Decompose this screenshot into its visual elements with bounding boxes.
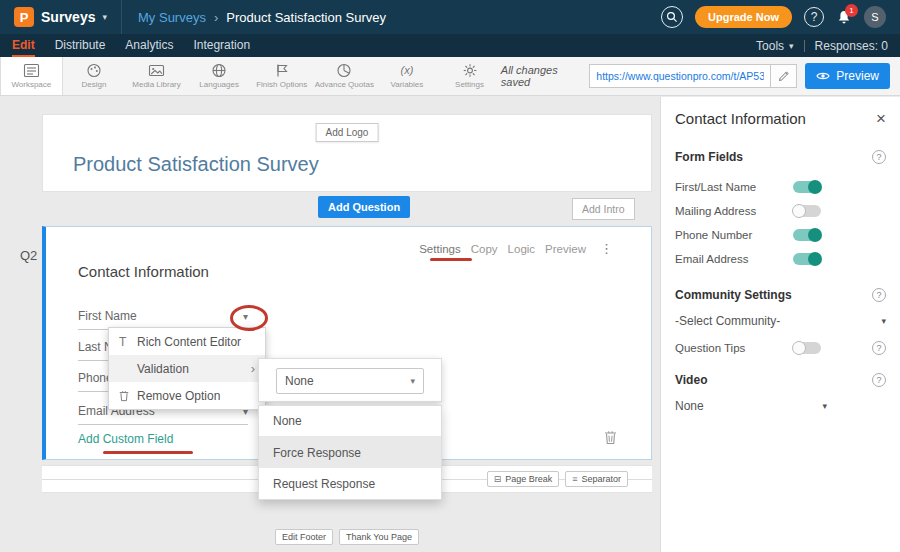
toolbar-item-variables[interactable]: (x) Variables — [376, 57, 439, 95]
toolbar-item-label: Media Library — [132, 80, 180, 89]
separator-button[interactable]: ≡ Separator — [565, 471, 628, 487]
survey-title: Product Satisfaction Survey — [73, 153, 319, 176]
toggle-knob — [808, 252, 822, 266]
strip-buttons: ⊟ Page Break ≡ Separator — [487, 471, 628, 487]
toolbar-item-label: Finish Options — [256, 80, 307, 89]
notifications-button[interactable]: 1 — [836, 9, 852, 26]
finish-options-icon — [275, 63, 289, 78]
add-logo-button[interactable]: Add Logo — [316, 123, 379, 142]
menu-item-rich-content-editor[interactable]: T Rich Content Editor — [109, 328, 265, 355]
product-switcher[interactable]: P Surveys ▾ — [0, 0, 122, 34]
first-last-name-toggle[interactable] — [793, 181, 821, 193]
question-tips-toggle[interactable] — [793, 342, 821, 354]
breadcrumb-my-surveys[interactable]: My Surveys — [138, 10, 206, 25]
add-question-button[interactable]: Add Question — [318, 196, 410, 218]
validation-select-panel: None ▾ — [258, 358, 442, 402]
svg-text:(x): (x) — [400, 64, 413, 76]
email-address-toggle[interactable] — [793, 253, 821, 265]
close-icon[interactable]: × — [876, 110, 886, 127]
help-button[interactable]: ? — [804, 7, 824, 27]
separator-label: Separator — [581, 474, 621, 484]
validation-select-value: None — [285, 374, 314, 388]
settings-gear-icon — [462, 63, 478, 78]
help-icon[interactable]: ? — [872, 150, 886, 164]
question-settings-link[interactable]: Settings — [419, 243, 461, 255]
settings-sidebar: Contact Information × Form Fields ? Firs… — [660, 97, 900, 552]
validation-select[interactable]: None ▾ — [276, 368, 424, 394]
add-intro-button[interactable]: Add Intro — [572, 198, 635, 220]
tools-label: Tools — [756, 39, 784, 53]
tab-analytics[interactable]: Analytics — [125, 34, 173, 57]
survey-url-input[interactable] — [589, 64, 771, 88]
editor-canvas: Q2 Add Logo Product Satisfaction Survey … — [0, 97, 900, 552]
top-bar: P Surveys ▾ My Surveys › Product Satisfa… — [0, 0, 900, 34]
tab-edit[interactable]: Edit — [12, 34, 35, 57]
option-request-response[interactable]: Request Response — [259, 468, 441, 499]
breadcrumb-current-survey: Product Satisfaction Survey — [226, 10, 386, 25]
survey-header-card: Add Logo Product Satisfaction Survey — [42, 114, 652, 192]
search-icon — [666, 11, 678, 23]
question-logic-link[interactable]: Logic — [508, 243, 536, 255]
menu-item-validation[interactable]: Validation › — [109, 355, 265, 382]
sidebar-title: Contact Information — [675, 110, 806, 127]
help-icon[interactable]: ? — [872, 373, 886, 387]
preview-button[interactable]: Preview — [805, 63, 890, 89]
chevron-down-icon: ▾ — [822, 401, 827, 411]
separator-icon: ≡ — [572, 474, 577, 484]
toolbar-item-media-library[interactable]: Media Library — [125, 57, 188, 95]
preview-label: Preview — [836, 69, 879, 83]
toolbar-item-label: Workspace — [11, 80, 51, 89]
toggle-knob — [792, 204, 806, 218]
responses-count: Responses: 0 — [815, 39, 888, 53]
menu-item-remove-option[interactable]: Remove Option — [109, 382, 265, 409]
edit-footer-button[interactable]: Edit Footer — [275, 529, 333, 545]
search-button[interactable] — [661, 6, 683, 28]
video-select[interactable]: None ▾ — [675, 399, 827, 413]
tab-integration[interactable]: Integration — [193, 34, 250, 57]
page-break-button[interactable]: ⊟ Page Break — [487, 471, 560, 487]
option-none[interactable]: None — [259, 406, 441, 437]
phone-number-toggle[interactable] — [793, 229, 821, 241]
nav-right: Tools ▾ Responses: 0 — [756, 34, 900, 57]
user-avatar[interactable]: S — [864, 6, 886, 28]
question-number-label: Q2 — [20, 248, 37, 263]
edit-url-button[interactable] — [771, 64, 797, 88]
chevron-down-icon: ▾ — [881, 316, 886, 326]
help-icon[interactable]: ? — [872, 288, 886, 302]
community-select[interactable]: -Select Community- ▾ — [675, 314, 886, 328]
toolbar-item-advance-quotas[interactable]: Advance Quotas — [313, 57, 376, 95]
add-custom-field-link[interactable]: Add Custom Field — [78, 432, 173, 446]
toolbar-item-design[interactable]: Design — [63, 57, 126, 95]
toolbar-item-workspace[interactable]: Workspace — [0, 57, 63, 95]
toolbar-item-languages[interactable]: Languages — [188, 57, 251, 95]
tab-distribute[interactable]: Distribute — [55, 34, 106, 57]
field-dropdown-icon[interactable]: ▾ — [243, 311, 248, 322]
design-icon — [86, 63, 102, 78]
question-preview-link[interactable]: Preview — [545, 243, 586, 255]
delete-question-button[interactable] — [604, 430, 617, 445]
workspace-icon — [23, 63, 40, 78]
toolbar-item-label: Design — [81, 80, 106, 89]
video-select-value: None — [675, 399, 704, 413]
toolbar-right: All changes saved Preview — [501, 57, 900, 95]
survey-url-group — [589, 64, 797, 88]
toolbar-item-finish-options[interactable]: Finish Options — [250, 57, 313, 95]
question-copy-link[interactable]: Copy — [471, 243, 498, 255]
toggle-knob — [792, 341, 806, 355]
upgrade-now-button[interactable]: Upgrade Now — [695, 6, 792, 28]
divider — [804, 40, 805, 52]
help-icon[interactable]: ? — [872, 341, 886, 355]
toggle-row-email-address: Email Address — [675, 253, 886, 265]
main-nav: Edit Distribute Analytics Integration To… — [0, 34, 900, 57]
toolbar-item-settings[interactable]: Settings — [438, 57, 501, 95]
form-fields-heading: Form Fields — [675, 150, 743, 164]
tools-menu[interactable]: Tools ▾ — [756, 39, 794, 53]
pencil-icon — [778, 70, 790, 82]
chevron-down-icon: ▾ — [102, 12, 107, 22]
mailing-address-toggle[interactable] — [793, 205, 821, 217]
thank-you-page-button[interactable]: Thank You Page — [339, 529, 419, 545]
toggle-label: Mailing Address — [675, 205, 793, 217]
toggle-row-first-last-name: First/Last Name — [675, 181, 886, 193]
more-options-icon[interactable]: ⋮ — [596, 241, 613, 256]
option-force-response[interactable]: Force Response — [259, 437, 441, 468]
